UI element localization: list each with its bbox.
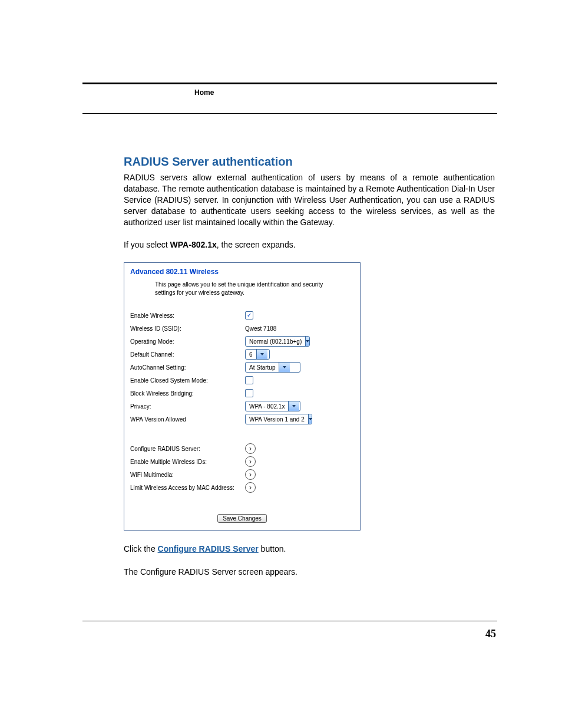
checkbox-block-bridging[interactable] (245, 389, 253, 397)
go-button-configure-radius[interactable] (245, 443, 256, 454)
select-default-channel-value: 6 (246, 351, 256, 358)
chevron-down-icon (288, 401, 299, 411)
label-autochannel: AutoChannel Setting: (130, 364, 245, 371)
lead-in-paragraph: If you select WPA-802.1x, the screen exp… (124, 239, 495, 251)
select-operating-mode[interactable]: Normal (802.11b+g) (245, 336, 310, 347)
select-wpa-version-value: WPA Version 1 and 2 (246, 416, 308, 423)
page-number: 45 (485, 628, 496, 640)
label-closed-system: Enable Closed System Mode: (130, 377, 245, 384)
label-default-channel: Default Channel: (130, 351, 245, 358)
label-multi-ssid: Enable Multiple Wireless IDs: (130, 459, 245, 465)
lead-in-bold: WPA-802.1x (170, 240, 217, 249)
save-changes-button[interactable]: Save Changes (217, 514, 267, 523)
select-autochannel-value: At Startup (246, 364, 279, 371)
configure-radius-link[interactable]: Configure RADIUS Server (158, 544, 259, 554)
section-title: RADIUS Server authentication (124, 155, 495, 169)
chevron-down-icon (279, 363, 290, 372)
checkbox-closed-system[interactable] (245, 376, 253, 384)
chevron-down-icon (305, 337, 309, 346)
chevron-down-icon (308, 414, 312, 424)
label-mac-limit: Limit Wireless Access by MAC Address: (130, 485, 245, 491)
go-button-mac-limit[interactable] (245, 482, 256, 493)
result-paragraph: The Configure RADIUS Server screen appea… (124, 566, 495, 578)
select-wpa-version[interactable]: WPA Version 1 and 2 (245, 414, 312, 424)
click-instruction: Click the Configure RADIUS Server button… (124, 543, 495, 555)
select-privacy-value: WPA - 802.1x (246, 403, 288, 410)
label-enable-wireless: Enable Wireless: (130, 312, 245, 319)
select-privacy[interactable]: WPA - 802.1x (245, 401, 300, 411)
value-ssid: Qwest 7188 (245, 325, 276, 332)
select-default-channel[interactable]: 6 (245, 349, 270, 360)
go-button-wifi-multimedia[interactable] (245, 469, 256, 480)
select-autochannel[interactable]: At Startup (245, 362, 300, 373)
click-pre: Click the (124, 544, 158, 554)
label-block-bridging: Block Wireless Bridging: (130, 390, 245, 397)
screenshot-title: Advanced 802.11 Wireless (124, 263, 360, 278)
label-configure-radius: Configure RADIUS Server: (130, 446, 245, 452)
label-wifi-multimedia: WiFi Multimedia: (130, 472, 245, 478)
lead-in-post: , the screen expands. (217, 240, 296, 249)
go-button-multi-ssid[interactable] (245, 456, 256, 467)
label-wpa-version: WPA Version Allowed (130, 416, 245, 423)
header-rule-thin (82, 113, 497, 114)
click-post: button. (259, 544, 286, 554)
label-ssid: Wireless ID (SSID): (130, 325, 245, 332)
header-breadcrumb: Home (194, 88, 497, 97)
screenshot-description: This page allows you to set the unique i… (124, 278, 360, 309)
header-rule-thick (82, 83, 497, 84)
label-privacy: Privacy: (130, 403, 245, 410)
footer-rule (82, 621, 497, 621)
wireless-settings-screenshot: Advanced 802.11 Wireless This page allow… (124, 262, 361, 531)
intro-paragraph: RADIUS servers allow external authentica… (124, 172, 495, 228)
lead-in-pre: If you select (124, 240, 170, 249)
chevron-down-icon (256, 350, 267, 359)
label-operating-mode: Operating Mode: (130, 338, 245, 345)
checkbox-enable-wireless[interactable] (245, 311, 253, 319)
select-operating-mode-value: Normal (802.11b+g) (246, 338, 305, 345)
